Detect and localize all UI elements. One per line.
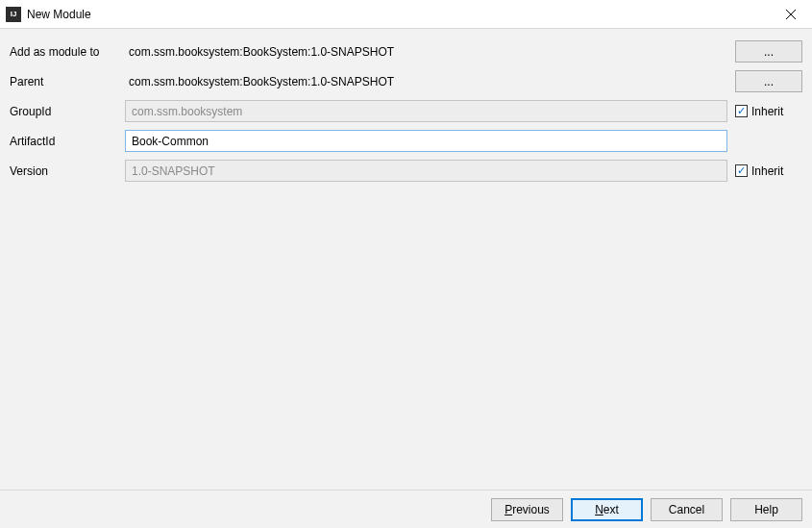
help-button[interactable]: Help bbox=[730, 498, 802, 521]
row-group-id: GroupId Inherit bbox=[10, 100, 802, 122]
group-id-inherit-label: Inherit bbox=[751, 105, 783, 118]
artifact-id-field[interactable] bbox=[125, 130, 727, 152]
label-parent: Parent bbox=[10, 75, 125, 88]
row-add-as-module-to: Add as module to com.ssm.booksystem:Book… bbox=[10, 40, 802, 63]
label-group-id: GroupId bbox=[10, 105, 125, 118]
browse-parent-button[interactable]: ... bbox=[735, 70, 802, 92]
form-content: Add as module to com.ssm.booksystem:Book… bbox=[0, 29, 812, 182]
cancel-button[interactable]: Cancel bbox=[651, 498, 723, 521]
label-add-as-module-to: Add as module to bbox=[10, 45, 125, 59]
version-field bbox=[125, 160, 727, 182]
browse-add-as-module-to-button[interactable]: ... bbox=[735, 40, 802, 63]
group-id-field bbox=[125, 100, 727, 122]
next-button-rest: ext bbox=[603, 503, 619, 516]
group-id-inherit-checkbox[interactable] bbox=[735, 105, 748, 117]
value-parent: com.ssm.booksystem:BookSystem:1.0-SNAPSH… bbox=[125, 75, 394, 88]
app-icon: IJ bbox=[6, 7, 21, 22]
group-id-inherit[interactable]: Inherit bbox=[735, 105, 802, 118]
label-version: Version bbox=[10, 164, 125, 178]
version-inherit-label: Inherit bbox=[751, 164, 783, 178]
close-button[interactable] bbox=[769, 0, 812, 29]
version-inherit-checkbox[interactable] bbox=[735, 164, 748, 177]
row-parent: Parent com.ssm.booksystem:BookSystem:1.0… bbox=[10, 70, 802, 92]
window-title: New Module bbox=[27, 8, 769, 21]
version-inherit[interactable]: Inherit bbox=[735, 164, 802, 178]
label-artifact-id: ArtifactId bbox=[10, 135, 125, 148]
previous-button[interactable]: Previous bbox=[491, 498, 563, 521]
value-add-as-module-to: com.ssm.booksystem:BookSystem:1.0-SNAPSH… bbox=[125, 45, 394, 59]
row-version: Version Inherit bbox=[10, 160, 802, 182]
close-icon bbox=[786, 10, 796, 19]
next-button[interactable]: Next bbox=[571, 498, 643, 521]
wizard-footer: Previous Next Cancel Help bbox=[0, 490, 812, 528]
previous-button-rest: revious bbox=[512, 503, 550, 516]
row-artifact-id: ArtifactId Inherit bbox=[10, 130, 802, 152]
titlebar: IJ New Module bbox=[0, 0, 812, 29]
